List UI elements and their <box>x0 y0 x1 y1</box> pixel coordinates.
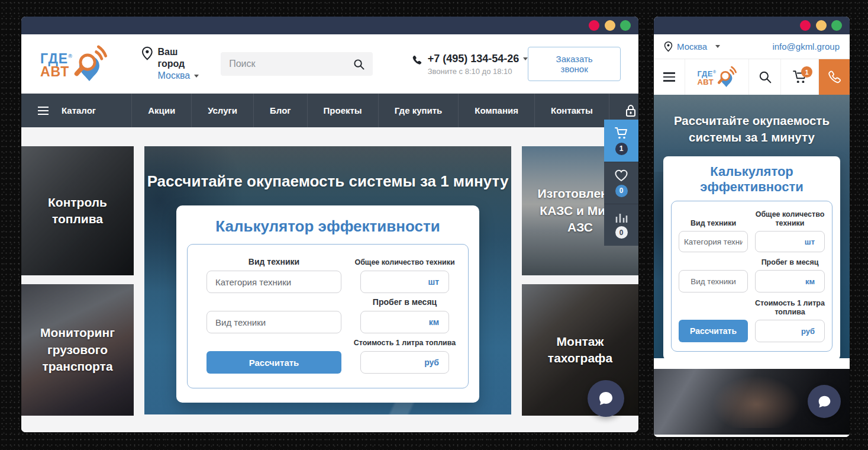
logo-text: ГДЕ® АВТ <box>697 68 716 85</box>
bottom-strip <box>654 435 850 437</box>
window-maximize-dot[interactable] <box>831 20 842 31</box>
logo-pin-magnifier-icon <box>717 65 737 89</box>
mobile-topbar: Москва info@gkml.group <box>654 34 850 59</box>
quantity-input[interactable]: шт <box>360 271 449 293</box>
calculate-button[interactable]: Рассчитать <box>679 320 748 342</box>
chevron-down-icon <box>715 45 720 48</box>
nav-blog[interactable]: Блог <box>253 94 307 127</box>
chat-bubble-icon <box>817 394 832 409</box>
main-nav: Каталог Акции Услуги Блог Проекты Где ку… <box>21 94 638 127</box>
callback-button[interactable]: Заказать звонок <box>528 47 621 81</box>
city-selector[interactable]: Ваш город Москва <box>141 46 206 82</box>
mobile-menu-button[interactable] <box>654 59 685 95</box>
search-icon <box>759 70 772 83</box>
location-pin-icon <box>664 41 673 52</box>
site-header: ГДЕ® АВТ Ваш город Мо <box>21 34 638 94</box>
calculate-button[interactable]: Рассчитать <box>206 351 341 374</box>
chevron-down-icon <box>523 57 528 60</box>
city-label: Ваш город <box>158 46 207 70</box>
city-value[interactable]: Москва <box>158 70 207 82</box>
vehicle-type-label: Вид техники <box>206 254 341 271</box>
nav-projects[interactable]: Проекты <box>307 94 378 127</box>
vehicle-input[interactable] <box>679 270 748 292</box>
mobile-call-button[interactable] <box>818 59 850 95</box>
window-maximize-dot[interactable] <box>620 20 631 31</box>
mileage-input[interactable]: км <box>360 311 449 333</box>
compare-widget[interactable]: 0 <box>604 204 638 246</box>
page-content: Контроль топлива Мониторинг грузового тр… <box>21 127 638 432</box>
hero-banner: Рассчитайте окупаемость системы за 1 мин… <box>144 146 511 414</box>
fuel-cost-input[interactable]: руб <box>360 351 449 374</box>
phone-icon <box>412 55 422 65</box>
nav-promos[interactable]: Акции <box>131 94 191 127</box>
mobile-titlebar <box>654 17 850 34</box>
window-minimize-dot[interactable] <box>816 20 827 31</box>
phone-icon <box>828 70 841 83</box>
phone-block: +7 (495) 134-54-26 Звоните с 8:10 до 18:… <box>412 53 528 76</box>
mobile-logo[interactable]: ГДЕ® АВТ <box>685 59 748 95</box>
mobile-window: Москва info@gkml.group ГДЕ® АВТ <box>654 17 850 437</box>
hero-title: Рассчитайте окупаемость системы за 1 мин… <box>669 112 835 146</box>
favorites-widget[interactable]: 0 <box>604 162 638 204</box>
fuel-cost-input[interactable]: руб <box>755 320 825 342</box>
window-minimize-dot[interactable] <box>605 20 615 31</box>
tile-cargo-monitoring[interactable]: Мониторинг грузового транспорта <box>21 284 134 416</box>
calculator-form: Вид техники Рассчитать Общее количество … <box>187 244 469 388</box>
quantity-label: Общее количество техники <box>360 254 449 271</box>
search-input[interactable] <box>229 59 353 69</box>
cart-count-badge: 1 <box>801 66 812 78</box>
calculator-form: Вид техники Рассчитать Общее количество … <box>671 201 832 352</box>
location-pin-icon <box>141 46 153 60</box>
calculator-card: Калькулятор эффективности Вид техники Ра… <box>176 205 479 403</box>
logo-text: ГДЕ® АВТ <box>40 50 73 78</box>
quantity-input[interactable]: шт <box>755 231 825 252</box>
mobile-hero-banner: Рассчитайте окупаемость системы за 1 мин… <box>654 95 850 358</box>
cart-icon <box>614 127 628 140</box>
mobile-search-button[interactable] <box>748 59 780 95</box>
search-box <box>221 52 373 76</box>
category-input[interactable] <box>679 231 748 252</box>
section-gap <box>654 358 850 369</box>
mobile-fuel-photo <box>654 369 850 435</box>
hamburger-icon <box>663 70 675 84</box>
chat-button[interactable] <box>588 380 624 417</box>
mileage-label: Пробег в месяц <box>360 293 449 311</box>
vehicle-type-label: Вид техники <box>679 205 748 231</box>
chat-button[interactable] <box>808 385 841 418</box>
chevron-down-icon <box>194 75 199 78</box>
desktop-titlebar <box>21 17 638 34</box>
compare-count-badge: 0 <box>615 226 628 239</box>
mobile-cart-button[interactable]: 1 <box>780 59 818 95</box>
nav-contacts[interactable]: Контакты <box>534 94 609 127</box>
email-link[interactable]: info@gkml.group <box>772 41 840 52</box>
cart-count-badge: 1 <box>615 143 628 155</box>
fuel-cost-label: Стоимость 1 литра топлива <box>755 292 825 320</box>
heart-icon <box>614 169 628 182</box>
mileage-input[interactable]: км <box>755 270 825 292</box>
vehicle-input[interactable] <box>206 311 341 333</box>
nav-catalog[interactable]: Каталог <box>21 94 131 127</box>
nav-services[interactable]: Услуги <box>191 94 253 127</box>
mobile-header: ГДЕ® АВТ <box>654 59 850 95</box>
hamburger-icon <box>38 107 49 115</box>
desktop-window: ГДЕ® АВТ Ваш город Мо <box>21 17 638 432</box>
nav-where-to-buy[interactable]: Где купить <box>378 94 459 127</box>
phone-number[interactable]: +7 (495) 134-54-26 <box>428 53 528 65</box>
site-logo[interactable]: ГДЕ® АВТ <box>40 44 107 83</box>
window-close-dot[interactable] <box>800 20 811 31</box>
favorites-count-badge: 0 <box>615 185 628 197</box>
quantity-label: Общее количество техники <box>755 205 825 231</box>
logo-pin-magnifier-icon <box>70 44 107 83</box>
floating-widgets: 1 0 0 <box>604 120 638 246</box>
nav-company[interactable]: Компания <box>458 94 534 127</box>
category-input[interactable] <box>206 271 341 293</box>
hero-title: Рассчитайте окупаемость системы за 1 мин… <box>144 172 511 191</box>
mileage-label: Пробег в месяц <box>755 252 825 270</box>
cart-widget[interactable]: 1 <box>604 120 638 162</box>
tile-fuel-control[interactable]: Контроль топлива <box>21 146 134 275</box>
bar-chart-icon <box>614 211 628 223</box>
calculator-title: Калькулятор эффективности <box>663 164 840 195</box>
search-icon[interactable] <box>353 59 364 70</box>
window-close-dot[interactable] <box>589 20 599 31</box>
mobile-city-selector[interactable]: Москва <box>664 41 720 52</box>
